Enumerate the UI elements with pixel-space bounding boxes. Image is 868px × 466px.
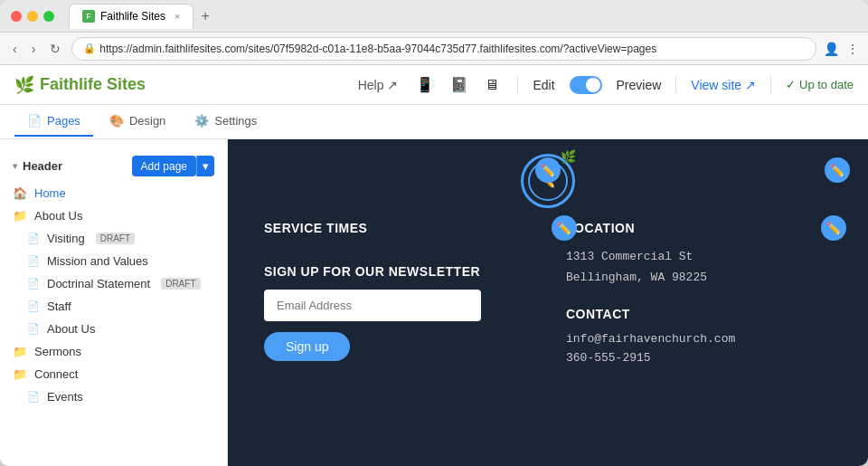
mobile-icon[interactable]: 📱: [412, 72, 438, 97]
minimize-button[interactable]: [27, 11, 38, 22]
service-times-section: SERVICE TIMES: [264, 221, 530, 246]
sidebar-item-mission[interactable]: 📄 Mission and Values: [0, 250, 227, 272]
page-icon-doctrinal: 📄: [27, 278, 40, 290]
tab-title: Faithlife Sites: [100, 10, 165, 23]
edit-label: Edit: [533, 78, 554, 92]
close-button[interactable]: [11, 11, 22, 22]
edit-pencil-location-right[interactable]: ✏️: [821, 215, 846, 241]
sidebar-item-sermons-label: Sermons: [34, 345, 81, 358]
tab-pages[interactable]: 📄 Pages: [14, 107, 93, 137]
service-times-title: SERVICE TIMES: [264, 221, 530, 235]
refresh-button[interactable]: ↻: [46, 38, 64, 60]
help-link[interactable]: Help ↗: [358, 78, 399, 92]
sidebar-item-doctrinal[interactable]: 📄 Doctrinal Statement DRAFT: [0, 272, 227, 295]
add-page-button[interactable]: Add page: [132, 156, 196, 176]
location-title: LOCATION: [566, 221, 832, 235]
draft-badge: DRAFT: [96, 233, 135, 244]
folder-icon-sermons: 📁: [13, 345, 27, 358]
page-icon-mission: 📄: [27, 255, 40, 267]
newsletter-title: SIGN UP FOR OUR NEWSLETTER: [264, 264, 530, 279]
main-layout: ▾ Header Add page ▾ 🏠 Home 📁 About: [0, 139, 868, 466]
sidebar-item-about-us-folder[interactable]: 📁 About Us: [0, 204, 227, 227]
sidebar-item-staff-label: Staff: [47, 300, 71, 313]
section-title-text: Header: [23, 159, 62, 173]
sidebar-item-events[interactable]: 📄 Events: [0, 385, 227, 408]
sidebar-item-about-us-page[interactable]: 📄 About Us: [0, 318, 227, 340]
contact-section: CONTACT info@fairhavenchurch.com 360-555…: [566, 307, 832, 365]
tab-bar: F Faithlife Sites × +: [69, 4, 857, 29]
logo-faithlife: Faithlife: [40, 75, 102, 93]
sidebar-item-mission-label: Mission and Values: [47, 254, 148, 268]
tablet-icon[interactable]: 📓: [447, 72, 472, 97]
menu-button[interactable]: ⋮: [846, 42, 859, 56]
address-bar-row: ‹ › ↻ 🔒 https://admin.faithlifesites.com…: [0, 33, 868, 65]
flame-icon: 🌿: [561, 149, 576, 164]
home-icon: 🏠: [13, 186, 27, 200]
add-page-dropdown[interactable]: ▾: [196, 156, 214, 176]
location-address1: 1313 Commercial St: [566, 246, 832, 267]
toggle-knob: [586, 78, 600, 92]
tab-design-label: Design: [129, 114, 165, 128]
page-icon-about: 📄: [27, 323, 40, 335]
sidebar-item-home-label: Home: [34, 186, 66, 200]
sidebar-item-home[interactable]: 🏠 Home: [0, 182, 227, 204]
edit-pencil-top[interactable]: ✏️: [535, 157, 561, 183]
footer-columns: SERVICE TIMES SIGN UP FOR OUR NEWSLETTER…: [228, 212, 868, 383]
newsletter-input[interactable]: [264, 290, 481, 321]
tab-pages-label: Pages: [47, 114, 80, 128]
page-icon: 📄: [27, 233, 40, 244]
sidebar-item-sermons[interactable]: 📁 Sermons: [0, 340, 227, 363]
logo-text: Faithlife Sites: [40, 75, 146, 94]
sidebar-item-connect-label: Connect: [34, 367, 78, 381]
folder-icon-connect: 📁: [13, 367, 27, 381]
newsletter-btn[interactable]: Sign up: [264, 332, 350, 361]
lock-icon: 🔒: [83, 43, 96, 54]
contact-title: CONTACT: [566, 307, 832, 321]
tab-settings[interactable]: ⚙️ Settings: [182, 107, 269, 137]
profile-button[interactable]: 👤: [824, 42, 839, 56]
back-button[interactable]: ‹: [9, 38, 21, 60]
settings-icon: ⚙️: [194, 114, 209, 128]
sidebar-section-title: ▾ Header: [13, 159, 62, 173]
design-icon: 🎨: [109, 114, 124, 128]
tab-settings-label: Settings: [214, 114, 257, 128]
contact-phone: 360-555-2915: [566, 351, 832, 365]
address-text: https://admin.faithlifesites.com/sites/0…: [99, 43, 656, 55]
tab-design[interactable]: 🎨 Design: [97, 107, 178, 137]
location-address2: Bellingham, WA 98225: [566, 267, 832, 288]
nav-separator-3: [770, 76, 771, 94]
footer-left-col: SERVICE TIMES SIGN UP FOR OUR NEWSLETTER…: [264, 221, 530, 365]
nav-separator: [517, 76, 518, 94]
up-to-date-label: Up to date: [799, 78, 854, 91]
sidebar-item-doctrinal-label: Doctrinal Statement: [47, 277, 150, 290]
new-tab-button[interactable]: +: [193, 8, 216, 24]
doctrinal-draft-badge: DRAFT: [161, 278, 200, 290]
traffic-lights: [11, 11, 54, 22]
pages-icon: 📄: [27, 114, 42, 128]
sidebar-item-visiting[interactable]: 📄 Visiting DRAFT: [0, 227, 227, 250]
tab-close-button[interactable]: ×: [175, 11, 180, 22]
sidebar-item-about-us-folder-label: About Us: [34, 209, 82, 223]
desktop-icon[interactable]: 🖥: [481, 73, 503, 97]
logo: 🌿 Faithlife Sites: [14, 75, 146, 95]
active-tab[interactable]: F Faithlife Sites ×: [69, 4, 193, 29]
view-site-link[interactable]: View site ↗: [691, 78, 756, 92]
content-area: ✏️ ✏️ ✏️ 🌿: [228, 139, 868, 466]
edit-pencil-location[interactable]: ✏️: [552, 215, 577, 241]
address-bar[interactable]: 🔒 https://admin.faithlifesites.com/sites…: [71, 37, 816, 61]
browser-titlebar: F Faithlife Sites × +: [0, 0, 868, 33]
app-container: 🌿 Faithlife Sites Help ↗ 📱 📓 🖥 Edit Prev…: [0, 65, 868, 466]
edit-pencil-top-right[interactable]: ✏️: [825, 157, 850, 183]
folder-icon: 📁: [13, 209, 27, 223]
sidebar-item-staff[interactable]: 📄 Staff: [0, 295, 227, 318]
nav-icons: 📱 📓 🖥: [412, 72, 503, 97]
forward-button[interactable]: ›: [28, 38, 40, 60]
sidebar-section-header: ▾ Header Add page ▾: [0, 150, 227, 182]
edit-toggle[interactable]: [570, 76, 602, 94]
sidebar-item-connect[interactable]: 📁 Connect: [0, 363, 227, 385]
sidebar-item-events-label: Events: [47, 390, 83, 404]
maximize-button[interactable]: [43, 11, 54, 22]
logo-sites: Sites: [102, 75, 146, 93]
browser-window: F Faithlife Sites × + ‹ › ↻ 🔒 https://ad…: [0, 0, 868, 466]
contact-email: info@fairhavenchurch.com: [566, 332, 832, 346]
